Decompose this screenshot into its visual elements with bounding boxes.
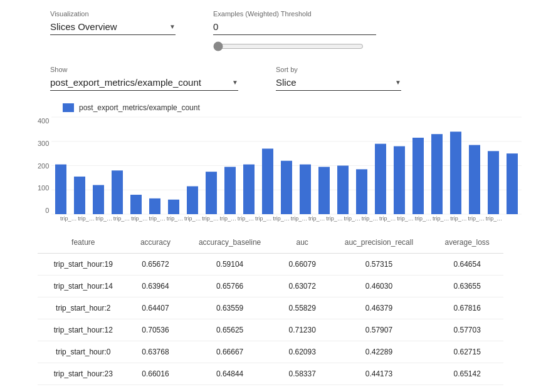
data-table-section: featureaccuracyaccuracy_baselineaucauc_p…	[0, 222, 541, 385]
metric-cell: 0.64407	[129, 297, 182, 319]
x-label-5: trip_s...	[149, 215, 166, 222]
x-label-17: trip_s...	[362, 215, 379, 222]
x-label-16: trip_s...	[344, 215, 362, 222]
metric-cell: 0.71230	[278, 319, 327, 341]
x-label-13: trip_s...	[291, 215, 308, 222]
x-label-24: trip_s...	[486, 215, 503, 222]
show-label: Show	[50, 66, 238, 73]
metric-cell: 0.70536	[129, 319, 182, 341]
metric-cell: 0.64844	[182, 363, 278, 385]
legend-color	[63, 103, 74, 112]
bar-6[interactable]	[168, 200, 179, 214]
metric-cell: 0.57907	[327, 319, 431, 341]
bar-18[interactable]	[394, 147, 405, 215]
metric-cell: 0.59104	[182, 254, 278, 276]
bar-22[interactable]	[469, 145, 480, 214]
col-header-accuracy: accuracy	[129, 232, 182, 254]
table-row: trip_start_hour:190.656720.591040.660790…	[38, 254, 503, 276]
bar-7[interactable]	[187, 186, 198, 214]
metric-cell: 0.63559	[182, 297, 278, 319]
sortby-value: Slice	[276, 77, 392, 88]
metrics-table: featureaccuracyaccuracy_baselineaucauc_p…	[38, 232, 503, 385]
x-label-2: trip_s...	[96, 215, 113, 222]
metric-cell: 0.58337	[278, 363, 327, 385]
bar-15[interactable]	[337, 166, 349, 215]
metric-cell: 0.64654	[431, 254, 503, 276]
visualization-value: Slices Overview	[50, 21, 167, 32]
metric-cell: 0.65672	[129, 254, 182, 276]
x-label-3: trip_s...	[113, 215, 131, 222]
x-label-20: trip_s...	[415, 215, 433, 222]
metric-cell: 0.46030	[327, 276, 431, 297]
bar-0[interactable]	[55, 165, 66, 214]
bar-3[interactable]	[112, 170, 123, 214]
feature-cell: trip_start_hour:23	[38, 363, 129, 385]
table-row: trip_start_hour:230.660160.648440.583370…	[38, 363, 503, 385]
table-row: trip_start_hour:00.637680.666670.620930.…	[38, 341, 503, 363]
bar-4[interactable]	[130, 195, 142, 214]
table-row: trip_start_hour:120.705360.656250.712300…	[38, 319, 503, 341]
metric-cell: 0.65766	[182, 276, 278, 297]
metric-cell: 0.44173	[327, 363, 431, 385]
bar-20[interactable]	[431, 134, 443, 214]
col-header-average_loss: average_loss	[431, 232, 503, 254]
x-label-10: trip_s...	[238, 215, 255, 222]
show-dropdown[interactable]: post_export_metrics/example_count ▼	[50, 77, 238, 91]
x-label-1: trip_s...	[78, 215, 95, 222]
table-row: trip_start_hour:20.644070.635590.558290.…	[38, 297, 503, 319]
y-label-300: 300	[38, 140, 49, 147]
table-row: trip_start_hour:140.639640.657660.630720…	[38, 276, 503, 297]
bar-11[interactable]	[262, 148, 273, 214]
bar-9[interactable]	[224, 167, 236, 214]
bar-17[interactable]	[375, 144, 386, 214]
y-label-0: 0	[38, 207, 49, 214]
bar-19[interactable]	[412, 138, 424, 214]
bar-13[interactable]	[300, 165, 311, 214]
x-label-21: trip_s...	[433, 215, 450, 222]
visualization-label: Visualization	[50, 10, 176, 18]
threshold-input[interactable]	[213, 21, 376, 35]
bar-24[interactable]	[507, 153, 518, 214]
x-label-7: trip_s...	[184, 215, 202, 222]
metric-cell: 0.57703	[431, 319, 503, 341]
x-label-11: trip_s...	[255, 215, 273, 222]
bar-2[interactable]	[93, 185, 104, 215]
x-label-18: trip_s...	[379, 215, 397, 222]
feature-cell: trip_start_hour:19	[38, 254, 129, 276]
bar-chart	[51, 117, 522, 214]
sortby-dropdown[interactable]: Slice ▼	[276, 77, 401, 91]
metric-cell: 0.55829	[278, 297, 327, 319]
y-label-400: 400	[38, 117, 49, 125]
bar-16[interactable]	[356, 169, 367, 214]
sortby-arrow-icon: ▼	[395, 79, 401, 86]
x-label-0: trip_s...	[60, 215, 78, 222]
threshold-slider[interactable]	[213, 41, 364, 51]
metric-cell: 0.57315	[327, 254, 431, 276]
threshold-label: Examples (Weighted) Threshold	[213, 10, 376, 18]
x-label-19: trip_s...	[397, 215, 414, 222]
metric-cell: 0.65625	[182, 319, 278, 341]
sortby-label: Sort by	[276, 66, 401, 73]
x-label-9: trip_s...	[220, 215, 238, 222]
metric-cell: 0.62715	[431, 341, 503, 363]
x-label-22: trip_s...	[450, 215, 468, 222]
x-label-23: trip_s...	[468, 215, 485, 222]
bar-14[interactable]	[318, 167, 330, 214]
feature-cell: trip_start_hour:14	[38, 276, 129, 297]
legend-label: post_export_metrics/example_count	[79, 103, 200, 112]
x-label-14: trip_s...	[308, 215, 326, 222]
bar-23[interactable]	[488, 151, 499, 214]
feature-cell: trip_start_hour:12	[38, 319, 129, 341]
show-value: post_export_metrics/example_count	[50, 77, 229, 88]
bar-8[interactable]	[206, 172, 217, 214]
x-label-4: trip_s...	[131, 215, 149, 222]
visualization-dropdown[interactable]: Slices Overview ▼	[50, 21, 176, 35]
bar-5[interactable]	[149, 199, 160, 214]
bar-1[interactable]	[74, 177, 85, 214]
col-header-feature: feature	[38, 232, 129, 254]
feature-cell: trip_start_hour:2	[38, 297, 129, 319]
bar-10[interactable]	[243, 165, 255, 214]
bar-12[interactable]	[281, 161, 292, 214]
metric-cell: 0.67816	[431, 297, 503, 319]
bar-21[interactable]	[450, 132, 461, 214]
